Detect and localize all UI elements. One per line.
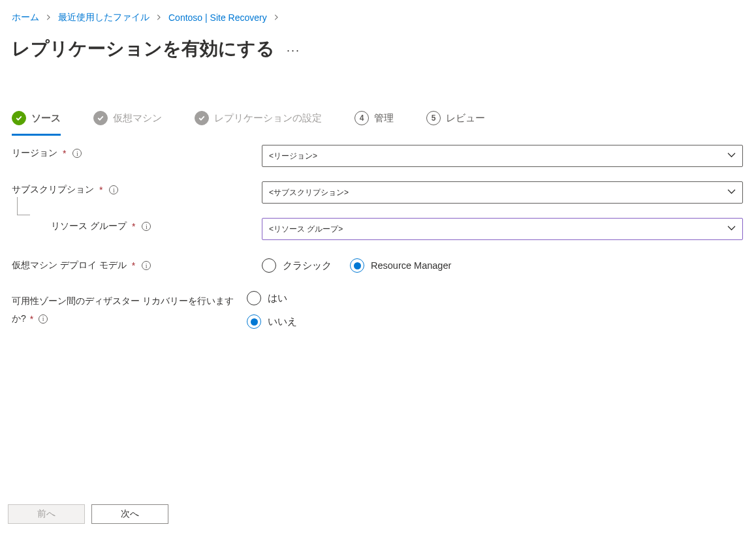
check-icon [12,111,26,125]
info-icon[interactable]: i [72,149,82,158]
breadcrumb-home[interactable]: ホーム [12,12,39,23]
step-label: レプリケーションの設定 [214,112,322,125]
breadcrumb-recent[interactable]: 最近使用したファイル [58,12,150,23]
radio-icon [247,314,261,329]
subscription-select[interactable]: <サブスクリプション> [262,181,743,204]
az-dr-yes-radio[interactable]: はい [247,291,287,305]
chevron-down-icon [727,224,736,234]
footer-actions: 前へ 次へ [8,504,168,524]
az-dr-no-radio[interactable]: いいえ [247,314,297,329]
resource-group-label: リソース グループ [51,221,127,232]
step-review[interactable]: 5 レビュー [426,111,485,125]
chevron-right-icon [274,13,279,22]
region-select[interactable]: <リージョン> [262,145,743,167]
info-icon[interactable]: i [39,314,48,324]
radio-label: はい [268,292,287,305]
required-icon: * [99,185,102,195]
step-number-icon: 5 [426,111,441,125]
step-vms[interactable]: 仮想マシン [93,111,162,125]
deploy-model-rm-radio[interactable]: Resource Manager [350,258,451,273]
step-label: レビュー [446,112,485,125]
required-icon: * [132,221,135,232]
region-value: <リージョン> [269,151,317,162]
deploy-model-classic-radio[interactable]: クラシック [262,258,332,273]
radio-icon [350,258,364,273]
required-icon: * [132,260,135,271]
subscription-label: サブスクリプション [12,184,94,196]
chevron-down-icon [727,187,736,198]
info-icon[interactable]: i [109,185,118,194]
prev-button[interactable]: 前へ [8,504,85,524]
breadcrumb-item[interactable]: Contoso | Site Recovery [168,12,267,23]
radio-label: いいえ [268,316,297,328]
breadcrumb: ホーム 最近使用したファイル Contoso | Site Recovery [12,12,743,23]
tree-line-icon [12,197,31,224]
radio-icon [247,291,261,305]
step-manage[interactable]: 4 管理 [354,111,394,125]
radio-label: Resource Manager [371,260,451,271]
step-source[interactable]: ソース [12,111,61,136]
resource-group-value: <リソース グループ> [269,224,343,235]
required-icon: * [63,148,66,159]
radio-label: クラシック [283,260,332,272]
resource-group-select[interactable]: <リソース グループ> [262,218,743,240]
check-icon [93,111,108,125]
step-label: 仮想マシン [113,112,162,125]
chevron-right-icon [46,13,52,22]
subscription-value: <サブスクリプション> [269,187,349,198]
more-menu-icon[interactable]: ··· [287,44,300,56]
chevron-right-icon [156,13,162,22]
wizard-steps: ソース 仮想マシン レプリケーションの設定 4 管理 5 レビュー [12,111,743,125]
chevron-down-icon [727,151,736,161]
info-icon[interactable]: i [142,222,151,231]
radio-icon [262,258,276,273]
deploy-model-label: 仮想マシン デプロイ モデル [12,260,127,271]
info-icon[interactable]: i [142,261,151,270]
step-label: ソース [31,112,61,125]
step-label: 管理 [374,112,394,125]
check-icon [195,111,209,125]
required-icon: * [30,314,33,324]
next-button[interactable]: 次へ [91,504,168,524]
step-replication-settings[interactable]: レプリケーションの設定 [195,111,322,125]
step-number-icon: 4 [354,111,369,125]
region-label: リージョン [12,147,57,159]
page-title: レプリケーションを有効にする [12,37,275,61]
